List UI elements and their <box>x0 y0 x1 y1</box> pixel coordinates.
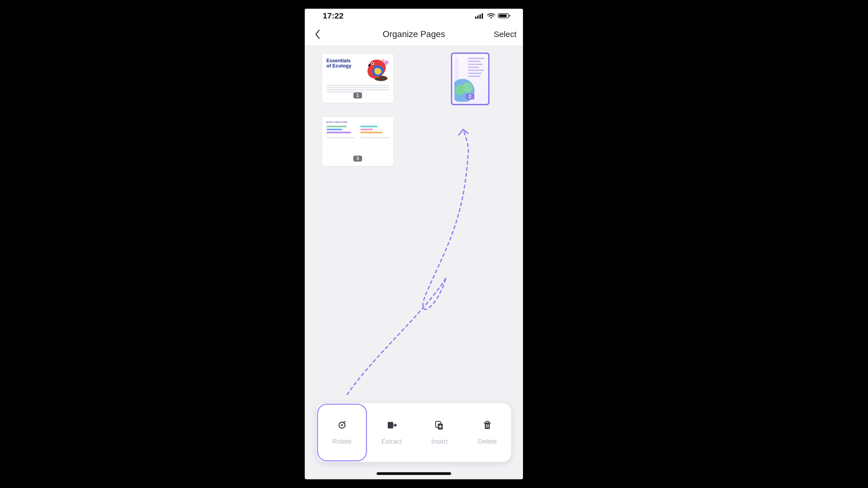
page-title: Organize Pages <box>305 29 523 39</box>
wifi-icon <box>487 13 495 19</box>
page-thumbnail-2[interactable]: 2 <box>452 54 488 104</box>
page-number-badge: 3 <box>353 156 362 162</box>
svg-rect-1 <box>477 15 478 19</box>
trash-icon <box>482 420 493 431</box>
rotate-label: Rotate <box>333 438 352 445</box>
svg-rect-7 <box>509 15 510 17</box>
extract-button[interactable]: Extract <box>368 403 415 462</box>
svg-rect-0 <box>475 17 476 19</box>
page-number-badge: 1 <box>353 93 362 98</box>
page-1-title: Essentials of Ecology <box>327 58 359 83</box>
svg-point-15 <box>341 424 343 426</box>
svg-rect-16 <box>388 422 393 428</box>
page-number-badge: 2 <box>466 94 474 100</box>
svg-point-10 <box>372 63 373 64</box>
page-thumbnail-3[interactable]: DATA ANALYSIS 3 <box>322 117 394 166</box>
delete-button[interactable]: Delete <box>463 403 511 462</box>
page-thumbnail-1[interactable]: Essentials of Ecology <box>322 54 394 103</box>
svg-point-4 <box>490 17 492 18</box>
svg-point-12 <box>382 59 384 62</box>
back-button[interactable] <box>311 28 323 40</box>
clock: 17:22 <box>323 11 344 21</box>
insert-icon <box>434 420 445 431</box>
chevron-left-icon <box>314 29 320 39</box>
svg-rect-6 <box>499 14 507 17</box>
cellular-icon <box>475 13 484 19</box>
insert-button[interactable]: Insert <box>415 403 463 462</box>
svg-rect-3 <box>482 13 483 19</box>
svg-point-11 <box>384 60 389 65</box>
status-bar: 17:22 <box>305 9 523 23</box>
select-button[interactable]: Select <box>494 30 517 39</box>
toolbar: Rotate Extract Insert Delete <box>316 403 511 462</box>
battery-icon <box>498 13 510 19</box>
nav-bar: Organize Pages Select <box>305 23 523 46</box>
svg-rect-19 <box>485 423 490 429</box>
parrot-illustration-icon <box>362 58 389 83</box>
page-3-title: DATA ANALYSIS <box>327 121 389 124</box>
rotate-icon <box>337 420 347 431</box>
rotate-button[interactable]: Rotate <box>317 404 367 461</box>
insert-label: Insert <box>431 438 447 445</box>
extract-label: Extract <box>381 438 402 445</box>
delete-label: Delete <box>478 438 497 445</box>
svg-rect-2 <box>479 14 481 19</box>
home-indicator <box>377 472 451 475</box>
extract-icon <box>386 420 397 431</box>
